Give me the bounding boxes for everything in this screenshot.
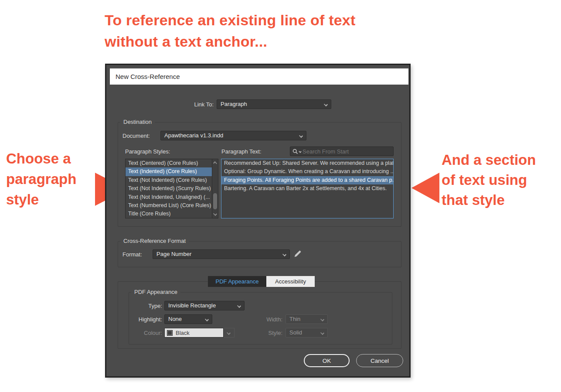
highlight-dropdown[interactable]: None xyxy=(164,314,212,324)
ok-button[interactable]: OK xyxy=(304,354,350,367)
search-options-chevron-icon[interactable] xyxy=(299,150,301,153)
document-label: Document: xyxy=(122,132,150,140)
pdf-appearance-group-label: PDF Appearance xyxy=(131,289,180,296)
page: To reference an existing line of text wi… xyxy=(0,0,561,392)
annotation-heading-line2: without a text anchor... xyxy=(105,31,355,52)
search-field[interactable] xyxy=(290,147,394,156)
tab-accessibility[interactable]: Accessibility xyxy=(266,276,315,287)
chevron-down-icon xyxy=(237,304,241,308)
paragraph-styles-scrollbar[interactable] xyxy=(212,159,218,218)
search-icon xyxy=(292,149,298,154)
list-item[interactable]: Text (Not Indented) (Scurry Rules) xyxy=(126,184,212,193)
type-label: Type: xyxy=(123,302,162,310)
paragraph-text-label: Paragraph Text: xyxy=(221,147,262,156)
list-item[interactable]: Text (Centered) (Core Rules) xyxy=(126,159,212,167)
list-item[interactable]: Text (Not Indented, Unaligned) (... xyxy=(126,193,212,201)
annotation-right-line2: of text using xyxy=(442,170,536,190)
paragraph-text-list: Recommended Set Up: Shared Server. We re… xyxy=(221,159,394,218)
list-item[interactable]: Foraging Points. All Foraging Points are… xyxy=(221,176,393,184)
paragraph-styles-items: Text (Centered) (Core Rules)Text (Indent… xyxy=(126,159,212,218)
style-label: Style: xyxy=(250,329,282,337)
tab-pdf-appearance[interactable]: PDF Appearance xyxy=(208,276,266,287)
search-input[interactable] xyxy=(303,148,377,155)
document-dropdown[interactable]: Apawthecaria v1.3.indd xyxy=(160,131,306,140)
annotation-right-line3: that style xyxy=(442,190,536,210)
style-dropdown[interactable]: Solid xyxy=(286,328,328,337)
chevron-down-icon xyxy=(205,317,209,321)
paragraph-styles-label: Paragraph Styles: xyxy=(125,147,170,156)
document-value: Apawthecaria v1.3.indd xyxy=(164,132,223,139)
colour-dropdown-chevron[interactable] xyxy=(224,328,235,337)
format-dropdown[interactable]: Page Number xyxy=(153,249,290,259)
list-item[interactable]: Optional: Group Dynamic. When creating a… xyxy=(221,167,393,176)
list-item[interactable]: Recommended Set Up: Shared Server. We re… xyxy=(221,159,393,167)
chevron-down-icon xyxy=(299,134,303,138)
annotation-right-line1: And a section xyxy=(442,150,536,170)
list-item[interactable]: Text (Numbered List) (Core Rules) xyxy=(126,201,212,210)
paragraph-styles-list: Text (Centered) (Core Rules)Text (Indent… xyxy=(125,159,218,218)
width-value: Thin xyxy=(289,316,300,322)
scroll-up-icon[interactable] xyxy=(213,161,217,165)
list-item[interactable]: Text (Not Indented) (Core Rules) xyxy=(126,176,212,184)
chevron-down-icon xyxy=(227,331,231,335)
link-to-dropdown[interactable]: Paragraph xyxy=(217,99,331,109)
type-value: Invisible Rectangle xyxy=(168,302,216,309)
highlight-label: Highlight: xyxy=(123,315,162,324)
dialog-title: New Cross-Reference xyxy=(116,73,180,80)
dialog-titlebar[interactable]: New Cross-Reference xyxy=(110,68,408,85)
black-colour-swatch-icon xyxy=(167,330,173,336)
cancel-button[interactable]: Cancel xyxy=(356,354,403,367)
scrollbar-thumb[interactable] xyxy=(213,193,217,209)
left-pointing-arrow-icon xyxy=(411,173,439,203)
list-item[interactable]: Text (Indented) (Core Rules) xyxy=(126,167,212,176)
width-dropdown[interactable]: Thin xyxy=(286,314,328,324)
annotation-right-note: And a section of text using that style xyxy=(442,150,536,210)
chevron-down-icon xyxy=(282,252,286,256)
annotation-heading-line1: To reference an existing line of text xyxy=(105,10,355,31)
edit-format-pencil-icon[interactable] xyxy=(294,250,302,258)
link-to-label: Link To: xyxy=(150,100,214,109)
chevron-down-icon xyxy=(324,102,328,106)
chevron-down-icon xyxy=(320,331,324,335)
annotation-left-note: Choose a paragraph style xyxy=(6,148,76,210)
format-value: Page Number xyxy=(156,251,191,257)
new-cross-reference-dialog: New Cross-Reference Link To: Paragraph D… xyxy=(105,64,411,378)
highlight-value: None xyxy=(168,316,182,322)
cross-reference-format-group-label: Cross-Reference Format xyxy=(120,238,189,245)
annotation-heading: To reference an existing line of text wi… xyxy=(105,10,355,52)
width-label: Width: xyxy=(250,315,282,324)
format-label: Format: xyxy=(122,250,142,259)
type-dropdown[interactable]: Invisible Rectangle xyxy=(164,301,245,310)
chevron-down-icon xyxy=(320,317,324,321)
annotation-left-line1: Choose a xyxy=(6,148,76,169)
scroll-down-icon[interactable] xyxy=(213,212,217,216)
list-item[interactable]: Bartering. A Caravan can Barter 2x at Se… xyxy=(221,184,393,193)
destination-group-label: Destination xyxy=(120,119,155,126)
list-item[interactable]: Title (Core Rules) xyxy=(126,210,212,218)
colour-value: Black xyxy=(176,330,190,336)
style-value: Solid xyxy=(289,329,302,336)
annotation-left-line2: paragraph xyxy=(6,169,76,189)
paragraph-text-items: Recommended Set Up: Shared Server. We re… xyxy=(221,159,393,193)
colour-dropdown[interactable]: Black xyxy=(164,328,224,337)
colour-label: Colour: xyxy=(123,329,162,337)
annotation-left-line3: style xyxy=(6,189,76,210)
link-to-value: Paragraph xyxy=(221,101,247,107)
